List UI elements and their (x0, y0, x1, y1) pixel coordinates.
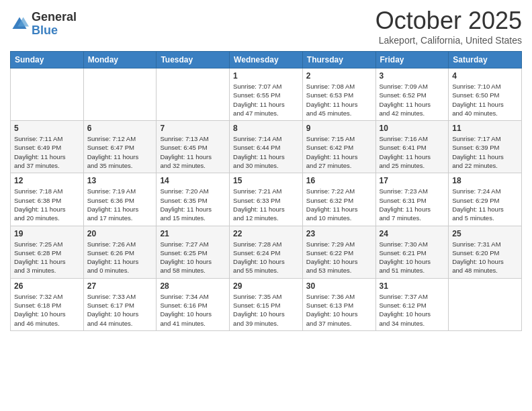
day-header-wednesday: Wednesday (230, 52, 303, 68)
calendar-cell: 8Sunrise: 7:14 AM Sunset: 6:44 PM Daylig… (230, 121, 303, 173)
calendar-cell: 24Sunrise: 7:30 AM Sunset: 6:21 PM Dayli… (375, 226, 449, 278)
day-number: 19 (14, 229, 80, 238)
calendar-week-row: 12Sunrise: 7:18 AM Sunset: 6:38 PM Dayli… (11, 173, 522, 226)
day-number: 14 (160, 176, 226, 185)
day-info: Sunrise: 7:29 AM Sunset: 6:22 PM Dayligh… (306, 240, 372, 275)
calendar-cell: 12Sunrise: 7:18 AM Sunset: 6:38 PM Dayli… (11, 173, 84, 226)
calendar-cell: 16Sunrise: 7:22 AM Sunset: 6:32 PM Dayli… (302, 173, 375, 226)
day-info: Sunrise: 7:32 AM Sunset: 6:18 PM Dayligh… (14, 292, 80, 328)
day-info: Sunrise: 7:21 AM Sunset: 6:33 PM Dayligh… (233, 187, 299, 222)
day-number: 9 (306, 124, 372, 133)
day-number: 23 (306, 229, 372, 238)
day-number: 30 (306, 281, 372, 291)
calendar-cell: 25Sunrise: 7:31 AM Sunset: 6:20 PM Dayli… (449, 226, 522, 278)
month-title: October 2025 (375, 7, 522, 35)
calendar-cell (449, 278, 522, 330)
calendar-cell: 9Sunrise: 7:15 AM Sunset: 6:42 PM Daylig… (302, 121, 375, 173)
calendar-cell: 3Sunrise: 7:09 AM Sunset: 6:52 PM Daylig… (375, 68, 449, 121)
calendar-cell: 20Sunrise: 7:26 AM Sunset: 6:26 PM Dayli… (83, 226, 157, 278)
calendar-header-row: SundayMondayTuesdayWednesdayThursdayFrid… (11, 52, 522, 68)
day-number: 1 (233, 71, 299, 81)
day-number: 29 (233, 281, 299, 291)
day-number: 8 (233, 124, 299, 133)
day-info: Sunrise: 7:16 AM Sunset: 6:41 PM Dayligh… (380, 134, 445, 170)
day-info: Sunrise: 7:35 AM Sunset: 6:15 PM Dayligh… (233, 292, 299, 328)
day-info: Sunrise: 7:23 AM Sunset: 6:31 PM Dayligh… (380, 187, 445, 222)
day-info: Sunrise: 7:30 AM Sunset: 6:21 PM Dayligh… (380, 240, 445, 275)
day-header-monday: Monday (83, 52, 157, 68)
calendar-cell: 4Sunrise: 7:10 AM Sunset: 6:50 PM Daylig… (449, 68, 522, 121)
calendar-cell: 19Sunrise: 7:25 AM Sunset: 6:28 PM Dayli… (11, 226, 84, 278)
logo: General Blue (10, 11, 77, 38)
day-number: 12 (14, 176, 80, 185)
calendar-cell: 22Sunrise: 7:28 AM Sunset: 6:24 PM Dayli… (230, 226, 303, 278)
calendar-cell: 26Sunrise: 7:32 AM Sunset: 6:18 PM Dayli… (11, 278, 84, 330)
logo-icon (10, 15, 29, 34)
day-info: Sunrise: 7:10 AM Sunset: 6:50 PM Dayligh… (452, 82, 518, 118)
day-info: Sunrise: 7:37 AM Sunset: 6:12 PM Dayligh… (380, 292, 445, 328)
day-number: 10 (380, 124, 445, 133)
day-info: Sunrise: 7:22 AM Sunset: 6:32 PM Dayligh… (306, 187, 372, 222)
calendar-cell: 10Sunrise: 7:16 AM Sunset: 6:41 PM Dayli… (375, 121, 449, 173)
day-info: Sunrise: 7:24 AM Sunset: 6:29 PM Dayligh… (452, 187, 518, 222)
calendar-cell: 29Sunrise: 7:35 AM Sunset: 6:15 PM Dayli… (230, 278, 303, 330)
day-number: 21 (160, 229, 226, 238)
day-number: 3 (380, 71, 445, 81)
day-number: 15 (233, 176, 299, 185)
calendar-cell: 31Sunrise: 7:37 AM Sunset: 6:12 PM Dayli… (375, 278, 449, 330)
day-header-saturday: Saturday (449, 52, 522, 68)
day-number: 6 (87, 124, 153, 133)
day-info: Sunrise: 7:25 AM Sunset: 6:28 PM Dayligh… (14, 240, 80, 275)
day-number: 7 (160, 124, 226, 133)
day-info: Sunrise: 7:14 AM Sunset: 6:44 PM Dayligh… (233, 134, 299, 170)
calendar-week-row: 5Sunrise: 7:11 AM Sunset: 6:49 PM Daylig… (11, 121, 522, 173)
calendar-cell: 17Sunrise: 7:23 AM Sunset: 6:31 PM Dayli… (375, 173, 449, 226)
calendar-cell: 2Sunrise: 7:08 AM Sunset: 6:53 PM Daylig… (302, 68, 375, 121)
day-info: Sunrise: 7:36 AM Sunset: 6:13 PM Dayligh… (306, 292, 372, 328)
calendar-cell: 11Sunrise: 7:17 AM Sunset: 6:39 PM Dayli… (449, 121, 522, 173)
day-info: Sunrise: 7:13 AM Sunset: 6:45 PM Dayligh… (160, 134, 226, 170)
calendar-cell: 5Sunrise: 7:11 AM Sunset: 6:49 PM Daylig… (11, 121, 84, 173)
day-number: 22 (233, 229, 299, 238)
calendar-cell: 30Sunrise: 7:36 AM Sunset: 6:13 PM Dayli… (302, 278, 375, 330)
day-info: Sunrise: 7:17 AM Sunset: 6:39 PM Dayligh… (452, 134, 518, 170)
calendar-cell: 18Sunrise: 7:24 AM Sunset: 6:29 PM Dayli… (449, 173, 522, 226)
calendar-cell: 6Sunrise: 7:12 AM Sunset: 6:47 PM Daylig… (83, 121, 157, 173)
day-header-sunday: Sunday (11, 52, 84, 68)
day-number: 17 (380, 176, 445, 185)
calendar-week-row: 1Sunrise: 7:07 AM Sunset: 6:55 PM Daylig… (11, 68, 522, 121)
day-header-thursday: Thursday (302, 52, 375, 68)
page-header: General Blue October 2025 Lakeport, Cali… (10, 7, 522, 46)
day-info: Sunrise: 7:15 AM Sunset: 6:42 PM Dayligh… (306, 134, 372, 170)
calendar-cell: 23Sunrise: 7:29 AM Sunset: 6:22 PM Dayli… (302, 226, 375, 278)
logo-general-text: General (32, 10, 77, 24)
calendar-week-row: 26Sunrise: 7:32 AM Sunset: 6:18 PM Dayli… (11, 278, 522, 330)
calendar-table: SundayMondayTuesdayWednesdayThursdayFrid… (10, 51, 522, 331)
day-number: 16 (306, 176, 372, 185)
day-info: Sunrise: 7:09 AM Sunset: 6:52 PM Dayligh… (380, 82, 445, 118)
day-info: Sunrise: 7:19 AM Sunset: 6:36 PM Dayligh… (87, 187, 153, 222)
day-info: Sunrise: 7:20 AM Sunset: 6:35 PM Dayligh… (160, 187, 226, 222)
calendar-cell: 28Sunrise: 7:34 AM Sunset: 6:16 PM Dayli… (157, 278, 230, 330)
day-info: Sunrise: 7:27 AM Sunset: 6:25 PM Dayligh… (160, 240, 226, 275)
calendar-cell: 14Sunrise: 7:20 AM Sunset: 6:35 PM Dayli… (157, 173, 230, 226)
day-info: Sunrise: 7:11 AM Sunset: 6:49 PM Dayligh… (14, 134, 80, 170)
calendar-cell: 15Sunrise: 7:21 AM Sunset: 6:33 PM Dayli… (230, 173, 303, 226)
calendar-cell (83, 68, 157, 121)
day-info: Sunrise: 7:34 AM Sunset: 6:16 PM Dayligh… (160, 292, 226, 328)
day-info: Sunrise: 7:18 AM Sunset: 6:38 PM Dayligh… (14, 187, 80, 222)
calendar-cell: 7Sunrise: 7:13 AM Sunset: 6:45 PM Daylig… (157, 121, 230, 173)
day-info: Sunrise: 7:26 AM Sunset: 6:26 PM Dayligh… (87, 240, 153, 275)
day-number: 2 (306, 71, 372, 81)
logo-blue-text: Blue (32, 24, 58, 37)
day-number: 20 (87, 229, 153, 238)
day-number: 31 (380, 281, 445, 291)
day-number: 25 (452, 229, 518, 238)
day-number: 18 (452, 176, 518, 185)
calendar-week-row: 19Sunrise: 7:25 AM Sunset: 6:28 PM Dayli… (11, 226, 522, 278)
day-info: Sunrise: 7:08 AM Sunset: 6:53 PM Dayligh… (306, 82, 372, 118)
day-number: 27 (87, 281, 153, 291)
day-info: Sunrise: 7:33 AM Sunset: 6:17 PM Dayligh… (87, 292, 153, 328)
day-number: 13 (87, 176, 153, 185)
day-header-tuesday: Tuesday (157, 52, 230, 68)
